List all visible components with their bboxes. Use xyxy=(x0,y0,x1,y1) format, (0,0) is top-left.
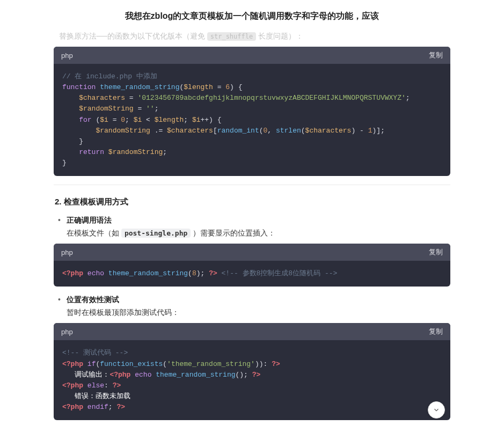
bullet-title: 位置有效性测试 xyxy=(67,295,450,305)
code-lang-label: php xyxy=(61,328,73,336)
code-header: php 复制 xyxy=(54,47,450,64)
chevron-down-icon xyxy=(433,406,440,414)
code-header: php 复制 xyxy=(54,244,450,261)
page-title: 我想在zblog的文章页模板加一个随机调用数字和字母的功能，应该 xyxy=(54,0,450,32)
bullet-text: 暂时在模板最顶部添加测试代码： xyxy=(67,308,450,318)
code-block-2: php 复制 <?php echo theme_random_string(8)… xyxy=(54,244,450,287)
faded-prefix: 替换原方法──的函数为以下优化版本（避免 xyxy=(59,32,207,40)
bullet-item-2: 位置有效性测试 暂时在模板最顶部添加测试代码： xyxy=(67,295,450,318)
divider xyxy=(54,185,450,185)
inline-filename: post-single.php xyxy=(121,229,191,238)
section-heading-2: 2. 检查模板调用方式 xyxy=(55,197,450,207)
bullet-text: 在模板文件（如 post-single.php ）需要显示的位置插入： xyxy=(67,229,450,238)
code-comment: // 在 include.php 中添加 xyxy=(62,72,157,80)
code-header: php 复制 xyxy=(54,323,450,340)
scroll-down-button[interactable] xyxy=(428,401,445,419)
bullet-item-1: 正确调用语法 在模板文件（如 post-single.php ）需要显示的位置插… xyxy=(67,216,450,238)
code-lang-label: php xyxy=(61,52,73,60)
faded-inline-code: str_shuffle xyxy=(207,32,256,41)
code-body[interactable]: <?php echo theme_random_string(8); ?> <!… xyxy=(54,261,450,287)
kw-function: function xyxy=(62,83,96,91)
copy-button[interactable]: 复制 xyxy=(429,327,443,336)
code-body[interactable]: <!-- 测试代码 --> <?php if(function_exists('… xyxy=(54,340,450,420)
code-block-1: php 复制 // 在 include.php 中添加 function the… xyxy=(54,47,450,176)
code-lang-label: php xyxy=(61,248,73,256)
code-body[interactable]: // 在 include.php 中添加 function theme_rand… xyxy=(54,64,450,176)
faded-suffix: 长度问题）： xyxy=(256,32,303,40)
faded-context-line: 替换原方法──的函数为以下优化版本（避免 str_shuffle 长度问题）： xyxy=(54,32,450,47)
func-name: theme_random_string xyxy=(100,83,179,91)
copy-button[interactable]: 复制 xyxy=(429,50,443,60)
bullet-title: 正确调用语法 xyxy=(67,216,450,225)
copy-button[interactable]: 复制 xyxy=(429,247,443,257)
code-block-3: php 复制 <!-- 测试代码 --> <?php if(function_e… xyxy=(54,323,450,420)
